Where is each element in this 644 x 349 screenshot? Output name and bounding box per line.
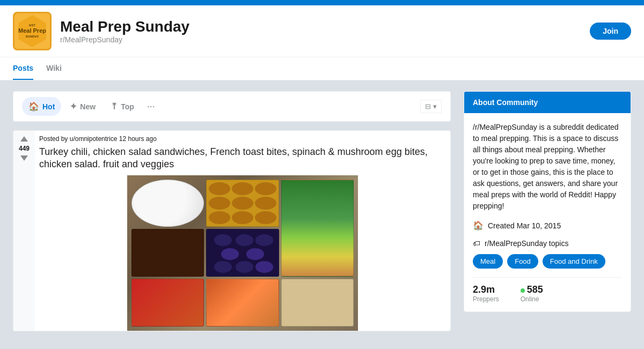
about-body: /r/MealPrepSunday is a subreddit dedicat… [464, 113, 631, 311]
about-description: /r/MealPrepSunday is a subreddit dedicat… [473, 122, 622, 212]
created-label: Created Mar 10, 2015 [488, 221, 561, 230]
post-content: Posted by u/omnipotentrice 12 hours ago … [35, 131, 450, 331]
online-label: Online [521, 295, 543, 303]
berry-4 [221, 248, 239, 260]
nav-wiki[interactable]: Wiki [46, 57, 62, 80]
preppers-value: 2.9m [473, 284, 499, 295]
top-icon: ⤒ [111, 101, 118, 112]
online-dot [521, 288, 525, 293]
tag-icon: 🏷 [473, 239, 480, 248]
muffin-1 [209, 182, 230, 195]
post-author[interactable]: u/omnipotentrice [70, 135, 118, 143]
post-card: 449 Posted by u/omnipotentrice 12 hours … [13, 130, 451, 331]
muffin-4 [209, 197, 230, 210]
new-icon: ✦ [70, 101, 77, 112]
logo-est: EST [29, 24, 35, 27]
subreddit-name: r/MealPrepSunday [60, 35, 581, 44]
about-header: About Community [464, 92, 631, 113]
muffin-2 [232, 182, 253, 195]
food-veggies [281, 180, 354, 277]
sub-nav: Posts Wiki [0, 57, 644, 80]
food-chili [131, 229, 204, 277]
vote-count: 449 [19, 145, 30, 152]
food-orange-mix [206, 279, 279, 326]
muffin-6 [255, 197, 276, 210]
food-crackers [281, 279, 354, 326]
sort-hot-button[interactable]: 🏠 Hot [22, 97, 61, 116]
downvote-button[interactable] [20, 155, 28, 161]
berry-3 [255, 234, 273, 246]
created-row: 🏠 Created Mar 10, 2015 [473, 220, 622, 231]
sort-options: 🏠 Hot ✦ New ⤒ Top ··· [22, 97, 159, 116]
upvote-button[interactable] [20, 136, 28, 142]
posted-by-label: Posted by [39, 135, 68, 143]
header: EST Meal Prep SUNDAY Meal Prep Sunday r/… [0, 5, 644, 57]
muffin-8 [232, 211, 253, 224]
header-info: Meal Prep Sunday r/MealPrepSunday [60, 18, 581, 44]
food-image [127, 175, 358, 331]
tag-meal[interactable]: Meal [473, 254, 503, 269]
food-blueberries [206, 229, 279, 277]
main-content: 🏠 Hot ✦ New ⤒ Top ··· ⊟ ▾ [0, 80, 644, 342]
stat-online: 585 Online [521, 284, 543, 303]
berry-1 [214, 234, 232, 246]
logo-hex: EST Meal Prep SUNDAY [16, 15, 48, 47]
berry-8 [255, 261, 273, 273]
online-count: 585 [527, 284, 543, 295]
vote-column: 449 [13, 131, 35, 331]
about-community-card: About Community /r/MealPrepSunday is a s… [464, 91, 631, 312]
hot-icon: 🏠 [28, 101, 39, 112]
stats-row: 2.9m Preppers 585 Online [473, 277, 622, 303]
sidebar: About Community /r/MealPrepSunday is a s… [464, 91, 631, 331]
topic-tags: Meal Food Food and Drink [473, 254, 622, 269]
tag-food-and-drink[interactable]: Food and Drink [543, 254, 605, 269]
join-button[interactable]: Join [590, 23, 631, 40]
berry-7 [236, 261, 253, 273]
food-bowl [131, 180, 204, 227]
post-title[interactable]: Turkey chili, chicken salad sandwiches, … [39, 146, 446, 171]
logo-sunday: SUNDAY [26, 35, 39, 39]
topics-label: r/MealPrepSunday topics [485, 239, 568, 248]
subreddit-logo: EST Meal Prep SUNDAY [13, 12, 52, 50]
topics-row: 🏷 r/MealPrepSunday topics [473, 239, 622, 248]
nav-posts[interactable]: Posts [13, 57, 33, 80]
view-icon: ⊟ [425, 102, 431, 110]
sort-bar: 🏠 Hot ✦ New ⤒ Top ··· ⊟ ▾ [13, 91, 451, 122]
view-toggle-button[interactable]: ⊟ ▾ [420, 100, 442, 113]
berry-6 [214, 261, 232, 273]
muffin-3 [255, 182, 276, 195]
new-label: New [80, 102, 96, 111]
sort-top-button[interactable]: ⤒ Top [104, 97, 141, 116]
muffin-9 [255, 211, 276, 224]
top-label: Top [121, 102, 134, 111]
subreddit-title: Meal Prep Sunday [60, 18, 581, 35]
top-bar [0, 0, 644, 5]
muffin-5 [232, 197, 253, 210]
food-muffins [206, 180, 279, 227]
muffin-7 [209, 211, 230, 224]
tag-food[interactable]: Food [507, 254, 538, 269]
post-meta: Posted by u/omnipotentrice 12 hours ago [39, 135, 446, 143]
food-strawberries [131, 279, 204, 326]
calendar-icon: 🏠 [473, 220, 484, 231]
online-value: 585 [521, 284, 543, 295]
logo-meal-prep: Meal Prep [18, 27, 46, 34]
more-sort-button[interactable]: ··· [143, 99, 159, 114]
hot-label: Hot [42, 102, 55, 111]
stat-preppers: 2.9m Preppers [473, 284, 499, 303]
sort-new-button[interactable]: ✦ New [63, 97, 102, 116]
chevron-down-icon: ▾ [433, 102, 437, 110]
berry-2 [236, 234, 253, 246]
post-time: 12 hours ago [119, 135, 157, 143]
post-image-container[interactable] [127, 175, 358, 331]
preppers-label: Preppers [473, 295, 499, 303]
berry-5 [246, 248, 264, 260]
feed-column: 🏠 Hot ✦ New ⤒ Top ··· ⊟ ▾ [13, 91, 451, 331]
post-inner: 449 Posted by u/omnipotentrice 12 hours … [13, 131, 450, 331]
